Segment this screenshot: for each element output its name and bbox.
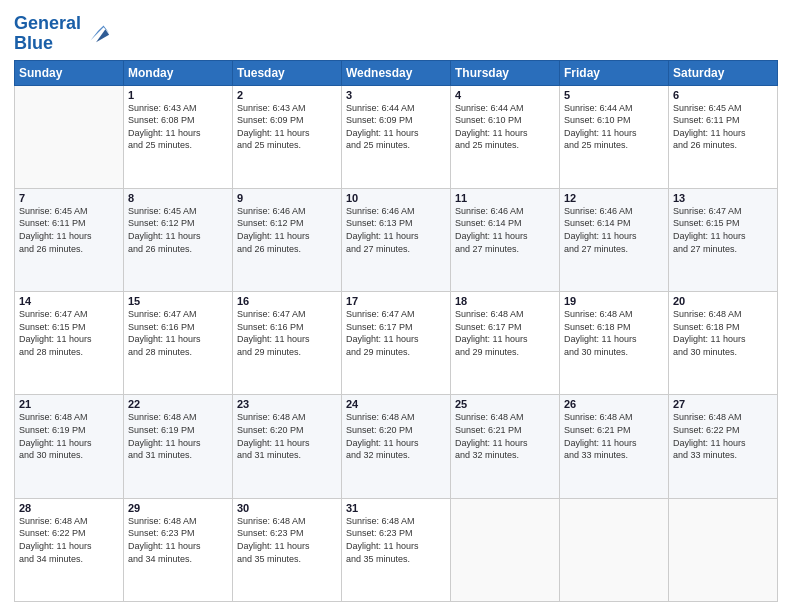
day-number: 23 [237, 398, 337, 410]
day-number: 27 [673, 398, 773, 410]
day-number: 22 [128, 398, 228, 410]
day-number: 26 [564, 398, 664, 410]
day-info: Sunrise: 6:46 AM Sunset: 6:14 PM Dayligh… [564, 205, 664, 255]
day-info: Sunrise: 6:47 AM Sunset: 6:15 PM Dayligh… [673, 205, 773, 255]
calendar-cell [451, 498, 560, 601]
day-info: Sunrise: 6:45 AM Sunset: 6:12 PM Dayligh… [128, 205, 228, 255]
day-info: Sunrise: 6:46 AM Sunset: 6:13 PM Dayligh… [346, 205, 446, 255]
calendar-cell: 24Sunrise: 6:48 AM Sunset: 6:20 PM Dayli… [342, 395, 451, 498]
day-info: Sunrise: 6:48 AM Sunset: 6:22 PM Dayligh… [673, 411, 773, 461]
day-number: 6 [673, 89, 773, 101]
day-info: Sunrise: 6:48 AM Sunset: 6:19 PM Dayligh… [128, 411, 228, 461]
calendar-cell: 12Sunrise: 6:46 AM Sunset: 6:14 PM Dayli… [560, 188, 669, 291]
day-info: Sunrise: 6:48 AM Sunset: 6:21 PM Dayligh… [455, 411, 555, 461]
calendar-header-monday: Monday [124, 60, 233, 85]
calendar-cell: 23Sunrise: 6:48 AM Sunset: 6:20 PM Dayli… [233, 395, 342, 498]
logo: General Blue [14, 14, 111, 54]
day-number: 5 [564, 89, 664, 101]
calendar-cell: 3Sunrise: 6:44 AM Sunset: 6:09 PM Daylig… [342, 85, 451, 188]
calendar-header-row: SundayMondayTuesdayWednesdayThursdayFrid… [15, 60, 778, 85]
day-number: 13 [673, 192, 773, 204]
day-info: Sunrise: 6:45 AM Sunset: 6:11 PM Dayligh… [673, 102, 773, 152]
calendar-header-thursday: Thursday [451, 60, 560, 85]
day-info: Sunrise: 6:48 AM Sunset: 6:18 PM Dayligh… [564, 308, 664, 358]
day-number: 17 [346, 295, 446, 307]
day-number: 7 [19, 192, 119, 204]
calendar-header-sunday: Sunday [15, 60, 124, 85]
day-info: Sunrise: 6:47 AM Sunset: 6:17 PM Dayligh… [346, 308, 446, 358]
day-info: Sunrise: 6:45 AM Sunset: 6:11 PM Dayligh… [19, 205, 119, 255]
day-info: Sunrise: 6:46 AM Sunset: 6:14 PM Dayligh… [455, 205, 555, 255]
calendar-header-friday: Friday [560, 60, 669, 85]
calendar-cell: 26Sunrise: 6:48 AM Sunset: 6:21 PM Dayli… [560, 395, 669, 498]
day-info: Sunrise: 6:48 AM Sunset: 6:20 PM Dayligh… [346, 411, 446, 461]
day-number: 14 [19, 295, 119, 307]
day-info: Sunrise: 6:48 AM Sunset: 6:22 PM Dayligh… [19, 515, 119, 565]
page: General Blue SundayMondayTuesdayWednesda… [0, 0, 792, 612]
logo-text: General Blue [14, 14, 81, 54]
day-info: Sunrise: 6:47 AM Sunset: 6:16 PM Dayligh… [237, 308, 337, 358]
day-number: 12 [564, 192, 664, 204]
day-number: 31 [346, 502, 446, 514]
day-info: Sunrise: 6:47 AM Sunset: 6:15 PM Dayligh… [19, 308, 119, 358]
day-info: Sunrise: 6:43 AM Sunset: 6:09 PM Dayligh… [237, 102, 337, 152]
day-number: 9 [237, 192, 337, 204]
calendar-cell: 18Sunrise: 6:48 AM Sunset: 6:17 PM Dayli… [451, 292, 560, 395]
day-info: Sunrise: 6:44 AM Sunset: 6:09 PM Dayligh… [346, 102, 446, 152]
day-number: 10 [346, 192, 446, 204]
day-info: Sunrise: 6:44 AM Sunset: 6:10 PM Dayligh… [455, 102, 555, 152]
calendar-header-wednesday: Wednesday [342, 60, 451, 85]
calendar-cell: 9Sunrise: 6:46 AM Sunset: 6:12 PM Daylig… [233, 188, 342, 291]
day-number: 19 [564, 295, 664, 307]
day-number: 21 [19, 398, 119, 410]
calendar-week-row: 28Sunrise: 6:48 AM Sunset: 6:22 PM Dayli… [15, 498, 778, 601]
day-number: 16 [237, 295, 337, 307]
calendar-table: SundayMondayTuesdayWednesdayThursdayFrid… [14, 60, 778, 602]
day-info: Sunrise: 6:46 AM Sunset: 6:12 PM Dayligh… [237, 205, 337, 255]
calendar-cell: 13Sunrise: 6:47 AM Sunset: 6:15 PM Dayli… [669, 188, 778, 291]
day-number: 3 [346, 89, 446, 101]
calendar-cell: 1Sunrise: 6:43 AM Sunset: 6:08 PM Daylig… [124, 85, 233, 188]
day-info: Sunrise: 6:48 AM Sunset: 6:23 PM Dayligh… [346, 515, 446, 565]
day-number: 29 [128, 502, 228, 514]
day-number: 8 [128, 192, 228, 204]
calendar-week-row: 21Sunrise: 6:48 AM Sunset: 6:19 PM Dayli… [15, 395, 778, 498]
day-info: Sunrise: 6:48 AM Sunset: 6:20 PM Dayligh… [237, 411, 337, 461]
day-number: 2 [237, 89, 337, 101]
calendar-week-row: 14Sunrise: 6:47 AM Sunset: 6:15 PM Dayli… [15, 292, 778, 395]
calendar-cell: 2Sunrise: 6:43 AM Sunset: 6:09 PM Daylig… [233, 85, 342, 188]
calendar-cell: 20Sunrise: 6:48 AM Sunset: 6:18 PM Dayli… [669, 292, 778, 395]
calendar-cell: 28Sunrise: 6:48 AM Sunset: 6:22 PM Dayli… [15, 498, 124, 601]
day-number: 15 [128, 295, 228, 307]
calendar-cell: 5Sunrise: 6:44 AM Sunset: 6:10 PM Daylig… [560, 85, 669, 188]
calendar-cell: 17Sunrise: 6:47 AM Sunset: 6:17 PM Dayli… [342, 292, 451, 395]
day-info: Sunrise: 6:48 AM Sunset: 6:23 PM Dayligh… [128, 515, 228, 565]
calendar-header-tuesday: Tuesday [233, 60, 342, 85]
calendar-cell: 11Sunrise: 6:46 AM Sunset: 6:14 PM Dayli… [451, 188, 560, 291]
calendar-cell [15, 85, 124, 188]
calendar-cell: 22Sunrise: 6:48 AM Sunset: 6:19 PM Dayli… [124, 395, 233, 498]
calendar-cell: 4Sunrise: 6:44 AM Sunset: 6:10 PM Daylig… [451, 85, 560, 188]
day-number: 11 [455, 192, 555, 204]
calendar-cell: 6Sunrise: 6:45 AM Sunset: 6:11 PM Daylig… [669, 85, 778, 188]
calendar-cell: 31Sunrise: 6:48 AM Sunset: 6:23 PM Dayli… [342, 498, 451, 601]
calendar-cell: 30Sunrise: 6:48 AM Sunset: 6:23 PM Dayli… [233, 498, 342, 601]
day-number: 4 [455, 89, 555, 101]
calendar-cell: 25Sunrise: 6:48 AM Sunset: 6:21 PM Dayli… [451, 395, 560, 498]
day-number: 20 [673, 295, 773, 307]
day-info: Sunrise: 6:48 AM Sunset: 6:23 PM Dayligh… [237, 515, 337, 565]
header: General Blue [14, 10, 778, 54]
day-number: 1 [128, 89, 228, 101]
day-number: 25 [455, 398, 555, 410]
day-info: Sunrise: 6:48 AM Sunset: 6:19 PM Dayligh… [19, 411, 119, 461]
logo-icon [83, 18, 111, 46]
day-info: Sunrise: 6:48 AM Sunset: 6:21 PM Dayligh… [564, 411, 664, 461]
day-number: 28 [19, 502, 119, 514]
calendar-cell: 19Sunrise: 6:48 AM Sunset: 6:18 PM Dayli… [560, 292, 669, 395]
day-info: Sunrise: 6:47 AM Sunset: 6:16 PM Dayligh… [128, 308, 228, 358]
day-info: Sunrise: 6:48 AM Sunset: 6:17 PM Dayligh… [455, 308, 555, 358]
day-info: Sunrise: 6:44 AM Sunset: 6:10 PM Dayligh… [564, 102, 664, 152]
day-info: Sunrise: 6:43 AM Sunset: 6:08 PM Dayligh… [128, 102, 228, 152]
calendar-cell: 29Sunrise: 6:48 AM Sunset: 6:23 PM Dayli… [124, 498, 233, 601]
calendar-cell: 21Sunrise: 6:48 AM Sunset: 6:19 PM Dayli… [15, 395, 124, 498]
